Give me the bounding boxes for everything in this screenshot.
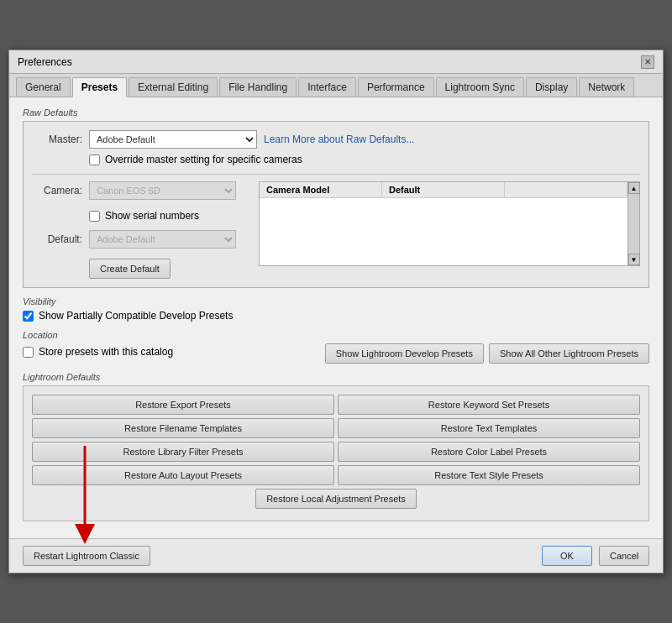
location-row: Store presets with this catalog Show Lig… <box>23 343 649 364</box>
show-serial-label: Show serial numbers <box>105 210 199 222</box>
default-row: Default: Adobe Default <box>32 230 250 249</box>
tabs-bar: General Presets External Editing File Ha… <box>9 74 663 97</box>
restore-library-filter-presets-button[interactable]: Restore Library Filter Presets <box>32 442 334 462</box>
camera-table-header: Camera Model Default <box>260 182 627 198</box>
show-other-presets-button[interactable]: Show All Other Lightroom Presets <box>489 343 649 364</box>
presets-row-1: Restore Export Presets Restore Keyword S… <box>32 395 640 415</box>
cancel-button[interactable]: Cancel <box>599 546 649 566</box>
restore-text-templates-button[interactable]: Restore Text Templates <box>338 418 640 438</box>
override-checkbox[interactable] <box>89 154 100 165</box>
create-default-button[interactable]: Create Default <box>89 259 171 279</box>
dialog-title: Preferences <box>18 56 72 68</box>
scroll-up-arrow[interactable]: ▲ <box>628 182 640 194</box>
camera-area: Camera: Canon EOS 6D Show serial numbers… <box>32 181 640 279</box>
col-default: Default <box>382 182 505 197</box>
default-label: Default: <box>32 233 82 245</box>
show-serial-checkbox[interactable] <box>89 211 100 222</box>
master-label: Master: <box>32 134 82 145</box>
bottom-bar: Restart Lightroom Classic OK Cancel <box>9 538 663 573</box>
master-select[interactable]: Adobe Default <box>89 130 257 149</box>
tab-lightroom-sync[interactable]: Lightroom Sync <box>436 77 524 97</box>
presets-row-3: Restore Library Filter Presets Restore C… <box>32 442 640 462</box>
restore-text-style-presets-button[interactable]: Restore Text Style Presets <box>338 465 640 485</box>
lightroom-defaults-label: Lightroom Defaults <box>23 372 649 382</box>
show-presets-row: Show Partially Compatible Develop Preset… <box>23 310 649 322</box>
bottom-area: Restart Lightroom Classic OK Cancel <box>9 538 663 573</box>
lightroom-defaults-section: Lightroom Defaults Restore Export Preset… <box>23 372 649 521</box>
master-row: Master: Adobe Default Learn More about R… <box>32 130 640 149</box>
tab-interface[interactable]: Interface <box>298 77 356 97</box>
tab-display[interactable]: Display <box>526 77 577 97</box>
title-bar: Preferences ✕ <box>9 50 663 74</box>
presets-row-2: Restore Filename Templates Restore Text … <box>32 418 640 438</box>
presets-row-4: Restore Auto Layout Presets Restore Text… <box>32 465 640 485</box>
visibility-label: Visibility <box>23 296 649 306</box>
restore-color-label-presets-button[interactable]: Restore Color Label Presets <box>338 442 640 462</box>
restore-auto-layout-presets-button[interactable]: Restore Auto Layout Presets <box>32 465 334 485</box>
visibility-section: Visibility Show Partially Compatible Dev… <box>23 296 649 322</box>
raw-defaults-section: Raw Defaults Master: Adobe Default Learn… <box>23 107 649 288</box>
content-area: Raw Defaults Master: Adobe Default Learn… <box>9 97 663 538</box>
location-section: Location Store presets with this catalog… <box>23 330 649 364</box>
restore-local-adjustment-presets-button[interactable]: Restore Local Adjustment Presets <box>255 489 417 509</box>
col-camera-model: Camera Model <box>260 182 382 197</box>
camera-row: Camera: Canon EOS 6D <box>32 181 250 200</box>
tab-file-handling[interactable]: File Handling <box>219 77 297 97</box>
override-label: Override master setting for specific cam… <box>105 154 302 165</box>
learn-more-link[interactable]: Learn More about Raw Defaults... <box>264 134 414 145</box>
tab-external-editing[interactable]: External Editing <box>129 77 218 97</box>
camera-scrollbar[interactable]: ▲ ▼ <box>628 181 640 266</box>
restart-lightroom-button[interactable]: Restart Lightroom Classic <box>23 546 150 566</box>
raw-defaults-box: Master: Adobe Default Learn More about R… <box>23 121 649 288</box>
preferences-dialog: Preferences ✕ General Presets External E… <box>8 50 664 573</box>
show-develop-presets-button[interactable]: Show Lightroom Develop Presets <box>325 343 484 364</box>
store-catalog-row: Store presets with this catalog <box>23 346 173 358</box>
bottom-right-buttons: OK Cancel <box>542 546 649 566</box>
location-label: Location <box>23 330 649 340</box>
store-catalog-checkbox[interactable] <box>23 347 34 358</box>
show-presets-label: Show Partially Compatible Develop Preset… <box>39 310 233 322</box>
default-select[interactable]: Adobe Default <box>89 230 236 249</box>
scroll-down-arrow[interactable]: ▼ <box>628 254 640 265</box>
tab-presets[interactable]: Presets <box>72 77 127 97</box>
store-catalog-label: Store presets with this catalog <box>39 346 173 358</box>
restore-export-presets-button[interactable]: Restore Export Presets <box>32 395 334 415</box>
restore-filename-templates-button[interactable]: Restore Filename Templates <box>32 418 334 438</box>
camera-controls: Camera: Canon EOS 6D Show serial numbers… <box>32 181 250 279</box>
lightroom-defaults-box: Restore Export Presets Restore Keyword S… <box>23 385 649 521</box>
override-row: Override master setting for specific cam… <box>89 154 640 165</box>
camera-label: Camera: <box>32 185 82 196</box>
raw-defaults-label: Raw Defaults <box>23 107 649 118</box>
camera-table-container: Camera Model Default ▲ ▼ <box>259 181 640 279</box>
presets-row-5: Restore Local Adjustment Presets <box>32 489 640 509</box>
col-empty <box>505 182 627 197</box>
camera-table-wrapper: Camera Model Default ▲ ▼ <box>259 181 640 266</box>
camera-select[interactable]: Canon EOS 6D <box>89 181 236 200</box>
show-presets-checkbox[interactable] <box>23 311 34 322</box>
tab-general[interactable]: General <box>16 77 71 97</box>
location-buttons: Show Lightroom Develop Presets Show All … <box>325 343 649 364</box>
close-button[interactable]: ✕ <box>641 55 654 69</box>
restore-keyword-set-presets-button[interactable]: Restore Keyword Set Presets <box>338 395 640 415</box>
tab-performance[interactable]: Performance <box>358 77 434 97</box>
create-default-row: Create Default <box>89 259 250 279</box>
serial-row: Show serial numbers <box>89 210 250 222</box>
camera-table-body <box>260 198 627 265</box>
ok-button[interactable]: OK <box>542 546 592 566</box>
camera-table: Camera Model Default <box>259 181 628 266</box>
tab-network[interactable]: Network <box>579 77 634 97</box>
